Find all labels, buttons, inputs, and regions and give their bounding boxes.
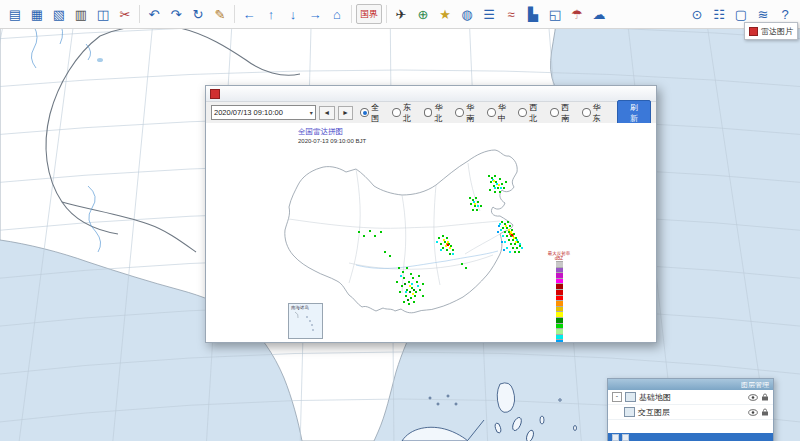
satellite-icon[interactable]: ◍ [457, 4, 477, 24]
china-outline [285, 150, 517, 313]
radio-circle-icon [360, 108, 369, 117]
region-label: 华南 [466, 102, 482, 124]
search-icon[interactable]: ⊙ [687, 4, 707, 24]
toolbar-separator [234, 5, 235, 23]
curve-icon[interactable]: ≈ [501, 4, 521, 24]
radar-legend: 最大反射率 dBZ [546, 251, 572, 342]
dialog-toolbar: 2020/07/13 09:10:00 ▾ ◄ ► 全国东北华北华南华中西北西南… [206, 102, 656, 124]
layer-panel-header[interactable]: 图层管理 [608, 379, 773, 390]
region-radio-7[interactable]: 华东 [582, 102, 609, 124]
layer-manager-panel: 图层管理 - 基础地图 交互图层 [607, 378, 774, 441]
layer-label: 基础地图 [639, 392, 745, 403]
radar-panel-title: 雷达图片 [761, 26, 793, 37]
layer-label: 交互图层 [638, 407, 745, 418]
eye-icon[interactable] [748, 394, 758, 401]
toolbar-separator [351, 5, 352, 23]
selected-row-icon [622, 434, 629, 441]
app-icon [210, 89, 220, 99]
radio-circle-icon [487, 108, 496, 117]
region-label: 华北 [434, 102, 450, 124]
region-radio-3[interactable]: 华南 [455, 102, 482, 124]
region-radio-5[interactable]: 西北 [518, 102, 545, 124]
map-title: 全国雷达拼图 [298, 127, 343, 136]
cut-icon[interactable]: ✂ [115, 4, 135, 24]
lock-icon[interactable] [761, 393, 769, 401]
pan-down-icon[interactable]: ↓ [283, 4, 303, 24]
region-radio-4[interactable]: 华中 [487, 102, 514, 124]
pan-up-icon[interactable]: ↑ [261, 4, 281, 24]
inset-label: 南海诸岛 [291, 305, 309, 310]
datetime-picker[interactable]: 2020/07/13 09:10:00 ▾ [211, 105, 316, 120]
radar-mosaic-dialog: 2020/07/13 09:10:00 ▾ ◄ ► 全国东北华北华南华中西北西南… [205, 85, 657, 343]
chevron-down-icon: ▾ [310, 109, 313, 116]
link-icon[interactable]: ☷ [709, 4, 729, 24]
chart-icon[interactable]: ▙ [523, 4, 543, 24]
region-label: 全国 [371, 102, 387, 124]
station-icon[interactable]: ★ [435, 4, 455, 24]
region-radio-group: 全国东北华北华南华中西北西南华东 [360, 102, 608, 124]
print-icon[interactable]: ▥ [71, 4, 91, 24]
lake-shape [97, 58, 103, 62]
region-label: 西北 [529, 102, 545, 124]
redo-icon[interactable]: ↷ [166, 4, 186, 24]
map-layers-icon[interactable]: ▧ [49, 4, 69, 24]
selected-row-icon [612, 434, 619, 441]
region-radio-2[interactable]: 华北 [424, 102, 451, 124]
region-label: 华东 [593, 102, 609, 124]
dialog-titlebar[interactable] [206, 86, 656, 102]
radar-images-panel-header[interactable]: 雷达图片 [744, 22, 798, 40]
china-radar-map: 全国雷达拼图 2020-07-13 09:10:00 BJT [206, 123, 656, 342]
save-grid-icon[interactable]: ▦ [27, 4, 47, 24]
cloud-icon[interactable]: ☁ [589, 4, 609, 24]
pan-right-icon[interactable]: → [305, 4, 325, 24]
layer-thumbnail-icon [625, 392, 636, 402]
home-extent-icon[interactable]: ⌂ [327, 4, 347, 24]
radio-circle-icon [582, 108, 591, 117]
layer-thumbnail-icon [624, 407, 635, 417]
toolbar-separator [139, 5, 140, 23]
radar-panel-icon [749, 27, 758, 36]
pan-left-icon[interactable]: ← [239, 4, 259, 24]
lock-icon[interactable] [761, 408, 769, 416]
region-label: 华中 [498, 102, 514, 124]
monitor-icon[interactable]: ▢ [731, 4, 751, 24]
flight-track-icon[interactable]: ✈ [391, 4, 411, 24]
datetime-value: 2020/07/13 09:10:00 [214, 108, 283, 117]
selected-layer-row[interactable] [608, 433, 773, 441]
country-border-button[interactable]: 国界 [356, 4, 382, 24]
refresh-button[interactable]: 刷新 [617, 100, 651, 126]
layer-row-base-map[interactable]: - 基础地图 [608, 390, 773, 405]
radar-map-area[interactable]: 全国雷达拼图 2020-07-13 09:10:00 BJT [206, 123, 656, 342]
radio-circle-icon [424, 108, 433, 117]
legend-color-bar [546, 261, 572, 342]
undo-icon[interactable]: ↶ [144, 4, 164, 24]
region-radio-6[interactable]: 西南 [550, 102, 577, 124]
eye-icon[interactable] [748, 409, 758, 416]
main-toolbar: ▤▦▧▥◫✂↶↷↻✎←↑↓→⌂国界✈⊕★◍☰≈▙◱☂☁⊙☷▢≋? [0, 0, 800, 29]
tree-expander-icon[interactable]: - [612, 392, 622, 402]
globe-icon[interactable]: ⊕ [413, 4, 433, 24]
next-time-button[interactable]: ► [338, 106, 354, 120]
region-radio-0[interactable]: 全国 [360, 102, 387, 124]
toolbar-separator [386, 5, 387, 23]
region-radio-1[interactable]: 东北 [392, 102, 419, 124]
edit-pen-icon[interactable]: ✎ [210, 4, 230, 24]
legend-color-cell [556, 339, 563, 342]
refresh-view-icon[interactable]: ↻ [188, 4, 208, 24]
signal-icon[interactable]: ≋ [753, 4, 773, 24]
layer-stack-icon[interactable]: ☰ [479, 4, 499, 24]
radio-circle-icon [550, 108, 559, 117]
umbrella-icon[interactable]: ☂ [567, 4, 587, 24]
radio-circle-icon [455, 108, 464, 117]
scale-icon[interactable]: ◱ [545, 4, 565, 24]
radio-circle-icon [518, 108, 527, 117]
map-subtitle: 2020-07-13 09:10:00 BJT [298, 138, 366, 144]
open-file-icon[interactable]: ▤ [5, 4, 25, 24]
radio-circle-icon [392, 108, 401, 117]
layer-row-interactive-layer[interactable]: 交互图层 [608, 405, 773, 420]
screenshot-icon[interactable]: ◫ [93, 4, 113, 24]
region-label: 东北 [403, 102, 419, 124]
prev-time-button[interactable]: ◄ [319, 106, 335, 120]
help-icon[interactable]: ? [775, 4, 795, 24]
layer-panel-title: 图层管理 [741, 380, 769, 390]
